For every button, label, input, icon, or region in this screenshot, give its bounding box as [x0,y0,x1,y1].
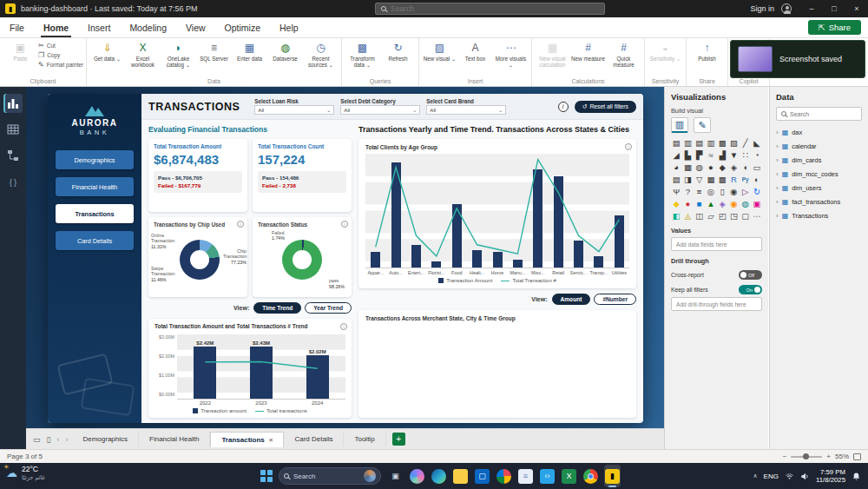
edge-taskbar-button[interactable] [431,465,447,487]
data-search-box[interactable] [776,107,862,121]
info-icon[interactable] [237,221,244,228]
custom-visual-12-icon[interactable]: ▱ [706,211,716,221]
close-tab-icon[interactable]: × [269,436,273,444]
power-apps-icon[interactable]: ▷ [740,187,751,196]
toggle-#number[interactable]: #Number [594,294,636,305]
vscode-taskbar-button[interactable]: ‹› [539,465,556,487]
multi-row-card-icon[interactable]: ▤ [671,175,681,184]
power-bi-taskbar-button[interactable]: ▮ [604,465,621,487]
ribbon-button-dataverse[interactable]: ◍Dataverse [267,40,303,62]
taskbar-search[interactable]: Search [279,467,381,485]
python-visual-icon[interactable]: Py [740,175,751,184]
notification-bell-icon[interactable] [852,472,861,481]
language-indicator[interactable]: ENG [764,472,779,480]
r-script-visual-icon[interactable]: R [728,175,739,184]
data-field-transactions[interactable]: ›▦Transactions [776,210,862,221]
custom-visual-4-icon[interactable]: ▲ [706,199,716,208]
map-icon[interactable]: ◍ [694,162,705,172]
line-chart-icon[interactable]: ╱ [740,138,751,148]
custom-visual-9-icon[interactable]: ◧ [671,211,681,221]
wifi-icon[interactable] [785,472,794,481]
report-view-icon[interactable] [3,94,23,113]
data-field-dim-mcc-codes[interactable]: ›▦dim_mcc_codes [776,169,862,179]
build-visual-icon[interactable]: ▥ [671,117,688,133]
data-field-calendar[interactable]: ›▦calendar [776,141,862,151]
stacked-area-chart-icon[interactable]: ◢ [671,150,681,160]
donut-chart-transaction-status[interactable] [282,240,322,280]
custom-visual-13-icon[interactable]: ◰ [717,211,727,221]
nav-button-transactions[interactable]: Transactions [56,204,134,223]
zoom-slider[interactable] [791,456,822,458]
format-visual-icon[interactable]: ✎ [694,117,711,133]
menu-tab-help[interactable]: Help [270,17,308,37]
reset-all-filters-button[interactable]: Reset all filters [575,101,636,113]
photos-taskbar-button[interactable] [496,465,512,487]
ribbon-button-recent-sources[interactable]: ◷Recent sources ⌄ [303,40,339,68]
line-clustered-column-chart-icon[interactable]: ▛ [694,150,705,160]
filter-dropdown-select-card-brand[interactable]: All⌄ [426,105,506,115]
menu-tab-modeling[interactable]: Modeling [120,17,176,37]
menu-tab-file[interactable]: File [0,17,34,37]
zoom-out-icon[interactable]: − [783,453,787,460]
tmdl-view-icon[interactable]: { } [3,172,23,191]
ribbon-button-enter-data[interactable]: ▦Enter data [232,40,267,62]
keep-all-filters-toggle[interactable]: On [739,285,762,294]
ribbon-button-refresh[interactable]: ↻Refresh [380,40,416,62]
stacked-bar-chart-icon[interactable]: ▤ [671,138,681,148]
custom-visual-14-icon[interactable]: ◳ [728,211,739,221]
ribbon-button-quick-measure[interactable]: #Quick measure [606,40,641,68]
azure-map-icon[interactable]: ◈ [728,162,739,172]
metrics-icon[interactable]: ◎ [706,187,716,196]
pie-chart-icon[interactable]: ◔ [752,150,762,160]
data-search-input[interactable] [790,111,857,117]
clustered-bar-chart-icon[interactable]: ▤ [694,138,705,148]
menu-tab-home[interactable]: Home [34,17,78,37]
donut-chart-icon[interactable]: ◕ [671,162,681,172]
show-hidden-icons-icon[interactable]: ∧ [753,472,757,479]
nav-button-financial-health[interactable]: Financial Health [56,177,134,196]
ribbon-button-transform-data[interactable]: ▩Transform data ⌄ [345,40,380,68]
screenshot-toast[interactable]: Screenshot saved [730,40,865,78]
arcgis-map-icon[interactable]: ◉ [728,187,739,196]
data-field-fact-transactions[interactable]: ›▦fact_transactions [776,196,862,207]
filter-dropdown-select-debt-category[interactable]: All⌄ [340,105,420,115]
copilot-taskbar-button[interactable] [409,465,425,487]
chevron-right-icon[interactable]: › [776,156,779,164]
page-tab-transactions[interactable]: Transactions× [210,432,284,447]
shape-map-icon[interactable]: ◆ [717,162,727,172]
zoom-in-icon[interactable]: + [826,453,831,460]
chrome-taskbar-button[interactable] [582,465,599,487]
chevron-right-icon[interactable]: › [776,142,779,150]
custom-visual-5-icon[interactable]: ◈ [717,199,727,208]
clustered-column-chart-icon[interactable]: ▥ [706,138,716,148]
minimize-button[interactable]: – [800,0,823,17]
custom-visual-1-icon[interactable]: ◆ [671,199,681,208]
key-influencers-icon[interactable]: ◐ [752,175,762,184]
ribbon-button-text-box[interactable]: AText box [457,40,493,62]
waterfall-chart-icon[interactable]: ▟ [717,150,727,160]
chevron-right-icon[interactable]: › [776,212,779,220]
ribbon-button-sql-server[interactable]: ≡SQL Server [196,40,232,62]
file-explorer-taskbar-button[interactable] [452,465,469,487]
ribbon-button-onelake-catalog[interactable]: ◗OneLake catalog ⌄ [161,40,196,68]
card-icon[interactable]: ▭ [752,162,762,172]
desktop-layout-icon[interactable]: ▭ [31,435,43,444]
notepad-taskbar-button[interactable]: ≡ [517,465,534,487]
gauge-icon[interactable]: ◖ [740,162,751,172]
custom-visual-11-icon[interactable]: ◫ [694,211,705,221]
info-icon[interactable] [625,143,632,150]
power-automate-icon[interactable]: ↻ [752,187,762,196]
maximize-button[interactable]: □ [823,0,845,17]
excel-taskbar-button[interactable]: X [561,465,577,487]
ribbon-button-get-data[interactable]: ⇓Get data ⌄ [89,40,125,62]
titlebar-search-input[interactable] [391,4,599,13]
new-page-button[interactable]: + [392,433,405,446]
funnel-chart-icon[interactable]: ▼ [728,150,739,160]
menu-tab-insert[interactable]: Insert [78,17,120,37]
matrix-icon[interactable]: ▩ [717,175,727,184]
q-and-a-icon[interactable]: ? [682,187,693,196]
ribbon-button-new-measure[interactable]: #New measure [570,40,606,62]
page-tab-card-details[interactable]: Card Details [284,432,344,446]
100-stacked-column-chart-icon[interactable]: ▨ [728,138,739,148]
custom-visual-10-icon[interactable]: ◬ [682,211,693,221]
